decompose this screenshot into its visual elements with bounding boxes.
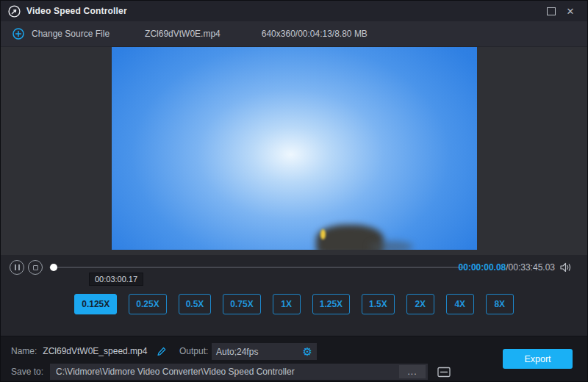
close-button[interactable]: ✕ [561,4,580,18]
speed-button-4x[interactable]: 4X [446,294,474,314]
save-path-value: C:\Vidmore\Vidmore Video Converter\Video… [56,367,295,377]
open-folder-icon[interactable] [437,365,451,378]
video-motion-blur [369,241,413,250]
transport-bar: 00:00:00.08/00:33:45.03 00:03:00.17 [1,255,587,288]
export-button[interactable]: Export [503,349,573,369]
output-format-value: Auto;24fps [216,347,303,357]
source-file-info: 640x360/00:04:13/8.80 MB [262,29,368,39]
current-time: 00:00:00.08 [459,262,506,273]
video-yellow-highlight [320,229,326,239]
seek-bar[interactable] [49,267,465,268]
pause-icon [15,264,20,270]
change-source-label: Change Source File [32,29,110,39]
video-stage [1,47,587,255]
window-title: Video Speed Controller [26,6,127,16]
save-to-row: Save to: C:\Vidmore\Vidmore Video Conver… [11,364,451,380]
save-path-field[interactable]: C:\Vidmore\Vidmore Video Converter\Video… [50,364,428,380]
pause-button[interactable] [10,260,24,275]
total-time: 00:33:45.03 [509,262,555,273]
output-settings-gear-icon[interactable]: ⚙ [303,346,312,357]
output-panel: Name: ZCl69dVtW0E_speed.mp4 Output: Auto… [1,336,587,381]
playhead[interactable] [50,264,57,271]
app-window: Video Speed Controller ✕ Change Source F… [0,0,588,382]
app-logo-speedometer-icon [8,5,21,18]
speed-button-2x[interactable]: 2X [406,294,434,314]
name-row: Name: ZCl69dVtW0E_speed.mp4 [11,343,167,359]
speed-button-025x[interactable]: 0.25X [129,294,166,314]
source-filename: ZCl69dVtW0E.mp4 [145,29,220,39]
volume-button[interactable] [559,262,573,273]
speed-button-0125x[interactable]: 0.125X [74,294,117,314]
speed-button-1x[interactable]: 1X [273,294,301,314]
output-format-label: Output: [179,346,208,356]
output-name-value: ZCl69dVtW0E_speed.mp4 [43,346,147,356]
speed-button-075x[interactable]: 0.75X [223,294,260,314]
close-icon: ✕ [567,7,575,16]
maximize-icon [547,7,556,15]
change-source-file-button[interactable]: Change Source File [12,28,110,40]
browse-button[interactable]: ... [399,365,426,378]
source-toolbar: Change Source File ZCl69dVtW0E.mp4 640x3… [1,21,587,47]
speed-button-8x[interactable]: 8X [486,294,514,314]
speed-button-125x[interactable]: 1.25X [312,294,350,314]
video-preview[interactable] [112,47,477,250]
edit-name-pencil-icon[interactable] [156,346,167,357]
time-display: 00:00:00.08/00:33:45.03 [459,262,555,273]
title-bar: Video Speed Controller ✕ [1,1,587,21]
maximize-button[interactable] [542,4,561,18]
seek-time-tooltip: 00:03:00.17 [89,273,143,286]
speed-button-15x[interactable]: 1.5X [362,294,395,314]
name-label: Name: [11,346,37,356]
speed-options-row: 0.125X 0.25X 0.5X 0.75X 1X 1.25X 1.5X 2X… [1,288,587,336]
stop-icon [33,265,38,270]
stop-button[interactable] [28,260,43,275]
plus-circle-icon [12,28,24,40]
output-format-field[interactable]: Auto;24fps ⚙ [212,343,317,360]
speed-button-05x[interactable]: 0.5X [179,294,212,314]
save-to-label: Save to: [11,367,43,377]
